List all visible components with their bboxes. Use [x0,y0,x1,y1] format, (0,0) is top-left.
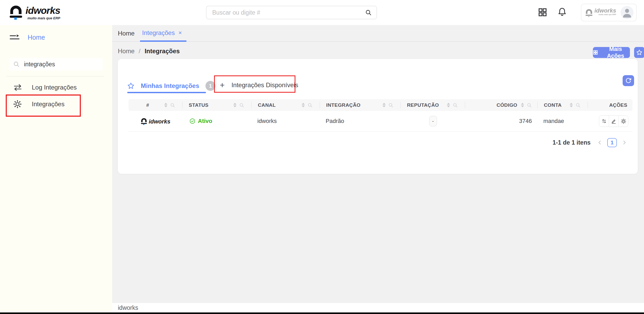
cell-reputacao: - [401,116,465,126]
sort-icon[interactable] [382,103,386,107]
column-header-reputacao[interactable]: REPUTAÇÃO [401,99,465,111]
sort-icon[interactable] [302,103,305,107]
column-search-icon[interactable] [388,103,393,108]
breadcrumb-home[interactable]: Home [118,48,135,55]
workspace-tab-home[interactable]: Home [118,25,135,42]
cell-id: idworks [129,117,183,125]
menu-toggle-icon[interactable] [9,33,20,41]
profile-brand-logo: idworks muito mais que ERP [585,8,616,17]
sort-icon[interactable] [164,103,167,107]
brand-name: idworks [26,6,60,15]
favorite-page-button[interactable] [634,47,644,58]
mais-acoes-button[interactable]: Mais Ações [593,47,630,58]
refresh-button[interactable] [623,75,634,86]
profile-brand-name: idworks [594,7,616,14]
edit-action-button[interactable] [609,116,618,127]
grid-icon [593,50,598,55]
column-search-icon[interactable] [239,103,244,108]
cell-integracao: Padrão [320,118,401,125]
global-search-input[interactable] [212,9,365,16]
cell-conta: mandae [538,118,588,125]
pagination-summary: 1-1 de 1 itens [552,139,591,146]
bell-icon[interactable] [557,7,567,17]
sidebar-search-icon [13,61,20,68]
exchange-icon [13,84,22,91]
workspace-tab-label[interactable]: Home [118,30,135,37]
sidebar-item-label[interactable]: Integrações [32,100,64,108]
breadcrumb: Home / Integrações [118,48,180,55]
sidebar-item-log-integracoes[interactable]: Log Integrações [0,80,112,94]
active-tab-underline [127,92,206,93]
brand-tagline: muito mais que ERP [27,16,60,20]
refresh-icon [625,78,631,84]
sort-icon[interactable] [233,103,236,107]
page-number-button[interactable]: 1 [607,138,617,147]
app-root: idworks muito mais que ERP [0,0,644,314]
tab-label[interactable]: Minhas Integrações [141,82,199,90]
gear-icon [621,119,626,124]
plus-icon: + [220,81,225,89]
tab-label[interactable]: Integrações Disponíveis [232,81,298,89]
workspace-tabstrip: Home Integrações × [112,25,644,42]
settings-action-button[interactable] [618,116,628,127]
profile-brand-tagline: muito mais que ERP [594,14,616,15]
star-icon [636,49,642,56]
tab-minhas-integracoes[interactable]: Minhas Integrações 1 [127,81,215,91]
column-header-codigo[interactable]: CÓDIGO [465,99,538,111]
user-avatar[interactable] [621,6,634,19]
sidebar-item-label[interactable]: Log Integrações [32,84,77,91]
cell-codigo: 3746 [465,118,538,125]
next-page-button[interactable] [621,139,628,146]
sidebar-search-input[interactable] [24,61,101,68]
apps-grid-icon[interactable] [538,7,548,17]
sidebar-divider [6,76,104,76]
sidebar-home-link[interactable]: Home [9,33,45,41]
workspace-tab-integracoes[interactable]: Integrações × [140,25,186,42]
pencil-icon [611,119,616,124]
top-header: idworks muito mais que ERP [0,0,644,25]
sidebar: Home Log Integrações [0,25,112,312]
workspace-tab-label[interactable]: Integrações [142,29,175,37]
column-search-icon[interactable] [453,103,458,108]
integrations-card: Minhas Integrações 1 + Integrações Dispo… [118,59,638,174]
sort-icon[interactable] [570,103,573,107]
table-row[interactable]: idworks Ativo idworks Padrão - 3746 [129,111,633,132]
brand-logo[interactable]: idworks muito mais que ERP [9,4,60,20]
sort-icon[interactable] [521,103,524,107]
reputation-badge[interactable]: - [429,116,437,126]
column-search-icon[interactable] [307,103,313,108]
cell-status: Ativo [183,118,252,125]
column-search-icon[interactable] [575,103,581,108]
footer-brand-text: idworks [118,304,138,311]
mais-acoes-label: Mais Ações [601,46,630,59]
transfer-action-button[interactable] [599,116,609,127]
sidebar-item-integracoes[interactable]: Integrações [0,97,112,111]
chevron-left-icon [596,139,603,146]
table-header-row: # STATUS CANAL INTEGRAÇÃO [129,99,633,111]
profile-menu[interactable]: idworks muito mais que ERP [581,4,637,21]
star-icon[interactable] [127,82,135,90]
column-header-integracao[interactable]: INTEGRAÇÃO [320,99,401,111]
column-header-id[interactable]: # [129,99,183,111]
previous-page-button[interactable] [596,139,603,146]
cell-acoes [588,115,633,127]
column-header-conta[interactable]: CONTA [538,99,588,111]
chevron-right-icon [621,139,628,146]
idworks-logo-icon [9,4,23,20]
column-search-icon[interactable] [527,103,532,108]
column-header-status[interactable]: STATUS [183,99,252,111]
integrations-table: # STATUS CANAL INTEGRAÇÃO [129,99,633,132]
tab-integracoes-disponiveis[interactable]: + Integrações Disponíveis [220,81,298,89]
sort-icon[interactable] [447,103,450,107]
breadcrumb-separator: / [139,48,141,55]
close-tab-icon[interactable]: × [178,30,182,36]
footer: idworks [112,303,644,312]
search-icon[interactable] [365,9,372,16]
sidebar-home-label[interactable]: Home [28,34,45,41]
column-header-canal[interactable]: CANAL [252,99,320,111]
cell-canal: idworks [252,118,320,125]
row-brand-logo: idworks [141,117,170,125]
sidebar-search [9,58,103,70]
swap-arrows-icon [602,119,607,124]
column-search-icon[interactable] [170,103,175,108]
